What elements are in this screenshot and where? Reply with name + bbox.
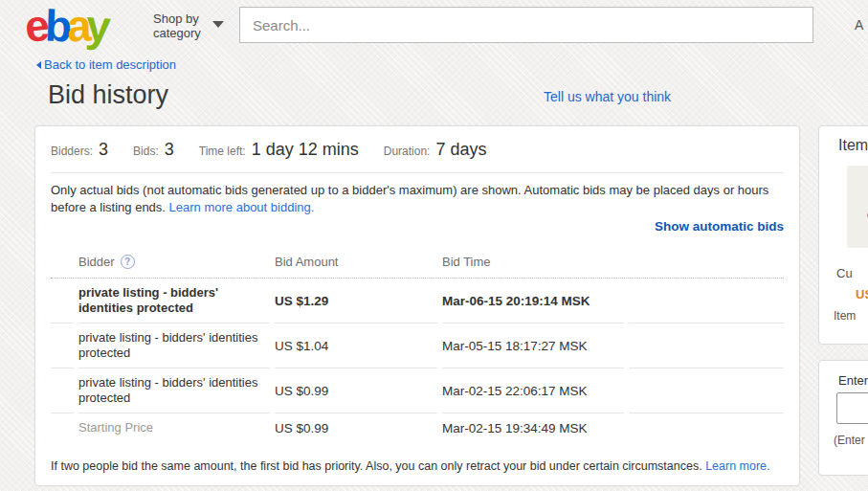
stat-bids: Bids: 3 — [133, 140, 174, 160]
bid-history-page: ebay Shop by category A Back to item des… — [0, 0, 868, 491]
feedback-link[interactable]: Tell us what you think — [544, 89, 671, 104]
cell-time: Mar-02-15 19:34:49 MSK — [442, 421, 588, 435]
auction-stats: Bidders: 3 Bids: 3 Time left: 1 day 12 m… — [51, 126, 784, 160]
current-bid-label: Cu — [836, 266, 853, 280]
learn-more-bidding-link[interactable]: Learn more about bidding. — [169, 200, 315, 214]
cell-time: Mar-06-15 20:19:14 MSK — [442, 294, 590, 308]
logo-letter-b: b — [44, 2, 68, 51]
header-spacer — [51, 255, 74, 269]
bid-table-header: Bidder ? Bid Amount Bid Time — [51, 255, 784, 278]
notice-text: Only actual bids (not automatic bids gen… — [51, 183, 768, 214]
enter-bid-label: Enter — [838, 373, 868, 388]
cell-amount: US $1.29 — [275, 294, 328, 308]
categories-dropdown-fragment[interactable]: A — [855, 17, 863, 33]
place-bid-card: Enter (Enter — [818, 360, 868, 476]
cell-amount: US $0.99 — [275, 384, 328, 398]
row-spacer — [629, 368, 784, 413]
stat-duration: Duration: 7 days — [384, 140, 487, 160]
table-row: private listing - bidders' identities pr… — [51, 368, 784, 413]
learn-more-link[interactable]: Learn more. — [705, 459, 769, 473]
item-panel-title: Item — [838, 137, 868, 154]
stat-value: 3 — [99, 140, 108, 160]
logo-letter-y: y — [85, 1, 108, 50]
row-spacer — [629, 413, 784, 442]
show-automatic-bids-link[interactable]: Show automatic bids — [655, 219, 784, 234]
shop-by-line2: category — [153, 26, 201, 40]
stat-value: 1 day 12 mins — [252, 140, 359, 160]
item-number-label: Item — [834, 309, 856, 323]
cell-time: Mar-05-15 18:17:27 MSK — [442, 339, 588, 353]
table-row: private listing - bidders' identities pr… — [51, 324, 784, 368]
help-icon[interactable]: ? — [121, 255, 135, 269]
footnote-text: If two people bid the same amount, the f… — [51, 459, 705, 473]
stat-label: Time left: — [199, 145, 246, 158]
row-spacer — [51, 413, 74, 442]
row-spacer — [629, 279, 784, 324]
current-bid-price: US — [856, 287, 868, 301]
amount-column-header: Bid Amount — [275, 255, 437, 269]
max-bid-input[interactable] — [836, 392, 868, 424]
header-spacer — [629, 255, 784, 269]
cell-amount: US $1.04 — [275, 339, 328, 353]
row-spacer — [51, 324, 74, 368]
cell-bidder: private listing - bidders' identities pr… — [78, 285, 270, 316]
bid-table: Bidder ? Bid Amount Bid Time private lis… — [51, 255, 784, 442]
shop-by-label: Shop by category — [153, 11, 201, 40]
table-row-starting-price: Starting Price US $0.99 Mar-02-15 19:34:… — [51, 413, 784, 442]
stat-value: 7 days — [435, 140, 486, 160]
logo-letter-e: e — [22, 1, 47, 51]
stat-bidders: Bidders: 3 — [51, 140, 108, 160]
time-column-header: Bid Time — [442, 255, 624, 269]
cell-bidder: Starting Price — [78, 420, 153, 435]
cell-amount: US $0.99 — [275, 421, 328, 435]
retraction-footnote: If two people bid the same amount, the f… — [51, 459, 770, 473]
row-spacer — [51, 279, 74, 324]
row-spacer — [629, 324, 784, 368]
stat-time-left: Time left: 1 day 12 mins — [199, 140, 359, 160]
back-link-label: Back to item description — [44, 57, 176, 72]
back-to-item-link[interactable]: Back to item description — [36, 57, 176, 72]
item-thumbnail[interactable] — [847, 166, 868, 248]
row-spacer — [51, 368, 74, 413]
bids-notice: Only actual bids (not automatic bids gen… — [51, 182, 797, 216]
item-info-card: Item Cu US Item — [818, 125, 868, 345]
stat-label: Bidders: — [51, 145, 93, 158]
back-arrow-icon — [36, 61, 41, 69]
shop-by-category-menu[interactable]: Shop by category — [153, 11, 201, 40]
table-row: private listing - bidders' identities pr… — [51, 279, 784, 324]
stats-divider — [51, 172, 784, 173]
shop-by-line1: Shop by — [153, 11, 199, 26]
bid-hint-label: (Enter — [834, 434, 865, 447]
bidder-column-header: Bidder — [78, 255, 115, 269]
bid-history-card: Bidders: 3 Bids: 3 Time left: 1 day 12 m… — [34, 125, 800, 486]
ebay-logo[interactable]: ebay — [25, 2, 106, 50]
chevron-down-icon — [212, 21, 224, 28]
page-title: Bid history — [48, 80, 168, 110]
cell-bidder: private listing - bidders' identities pr… — [78, 330, 270, 361]
cell-time: Mar-02-15 22:06:17 MSK — [442, 384, 588, 398]
cell-bidder: private listing - bidders' identities pr… — [78, 375, 270, 406]
stat-label: Bids: — [133, 145, 159, 158]
stat-label: Duration: — [384, 145, 431, 158]
search-input[interactable] — [239, 7, 813, 43]
stat-value: 3 — [165, 140, 174, 160]
